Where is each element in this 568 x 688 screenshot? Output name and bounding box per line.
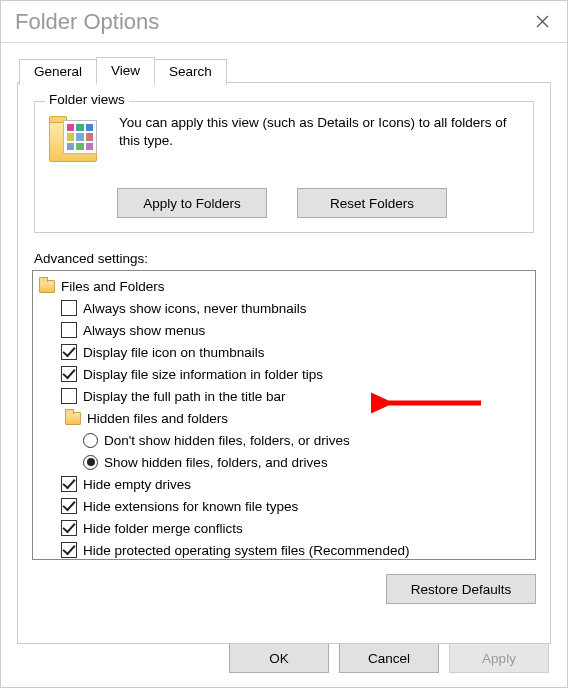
option-dont-show-hidden[interactable]: Don't show hidden files, folders, or dri… <box>35 429 533 451</box>
reset-folders-button[interactable]: Reset Folders <box>297 188 447 218</box>
apply-to-folders-button[interactable]: Apply to Folders <box>117 188 267 218</box>
option-display-full-path-in-title-bar[interactable]: Display the full path in the title bar <box>35 385 533 407</box>
option-label: Show hidden files, folders, and drives <box>104 455 328 470</box>
tree-group-files-and-folders: Files and Folders <box>35 275 533 297</box>
option-hide-extensions[interactable]: Hide extensions for known file types <box>35 495 533 517</box>
close-button[interactable] <box>517 1 567 43</box>
window-title: Folder Options <box>15 9 159 35</box>
advanced-settings-label: Advanced settings: <box>34 251 536 266</box>
tree-group-hidden-files: Hidden files and folders <box>35 407 533 429</box>
tree-group-label: Files and Folders <box>61 279 165 294</box>
option-display-file-icon-on-thumbnails[interactable]: Display file icon on thumbnails <box>35 341 533 363</box>
tab-search[interactable]: Search <box>154 59 227 85</box>
cancel-button[interactable]: Cancel <box>339 643 439 673</box>
checkbox-icon[interactable] <box>61 366 77 382</box>
option-label: Display the full path in the title bar <box>83 389 286 404</box>
option-label: Always show icons, never thumbnails <box>83 301 307 316</box>
option-label: Always show menus <box>83 323 205 338</box>
apply-button[interactable]: Apply <box>449 643 549 673</box>
option-always-show-menus[interactable]: Always show menus <box>35 319 533 341</box>
folder-views-legend: Folder views <box>45 92 129 107</box>
checkbox-icon[interactable] <box>61 520 77 536</box>
ok-button[interactable]: OK <box>229 643 329 673</box>
checkbox-icon[interactable] <box>61 498 77 514</box>
option-label: Display file size information in folder … <box>83 367 323 382</box>
option-display-file-size-info[interactable]: Display file size information in folder … <box>35 363 533 385</box>
checkbox-icon[interactable] <box>61 344 77 360</box>
close-icon <box>536 15 549 28</box>
option-hide-empty-drives[interactable]: Hide empty drives <box>35 473 533 495</box>
radio-icon[interactable] <box>83 433 98 448</box>
option-hide-protected-os-files[interactable]: Hide protected operating system files (R… <box>35 539 533 560</box>
tab-panel-view: Folder views You can apply this view (su… <box>17 82 551 644</box>
titlebar: Folder Options <box>1 1 567 43</box>
advanced-settings-tree[interactable]: Files and Folders Always show icons, nev… <box>32 270 536 560</box>
option-label: Hide folder merge conflicts <box>83 521 243 536</box>
checkbox-icon[interactable] <box>61 322 77 338</box>
folder-icon <box>65 412 81 425</box>
dialog-buttons: OK Cancel Apply <box>229 643 549 673</box>
tab-general[interactable]: General <box>19 59 97 85</box>
checkbox-icon[interactable] <box>61 300 77 316</box>
folder-icon <box>39 280 55 293</box>
option-show-hidden[interactable]: Show hidden files, folders, and drives <box>35 451 533 473</box>
folder-views-group: Folder views You can apply this view (su… <box>34 101 534 233</box>
tree-group-label: Hidden files and folders <box>87 411 228 426</box>
option-label: Display file icon on thumbnails <box>83 345 265 360</box>
folder-views-description: You can apply this view (such as Details… <box>119 114 521 178</box>
folder-views-icon <box>49 116 107 174</box>
option-label: Hide empty drives <box>83 477 191 492</box>
checkbox-icon[interactable] <box>61 388 77 404</box>
option-always-show-icons[interactable]: Always show icons, never thumbnails <box>35 297 533 319</box>
option-label: Hide extensions for known file types <box>83 499 298 514</box>
tab-view[interactable]: View <box>96 57 155 84</box>
option-label: Hide protected operating system files (R… <box>83 543 409 558</box>
radio-icon[interactable] <box>83 455 98 470</box>
checkbox-icon[interactable] <box>61 476 77 492</box>
option-label: Don't show hidden files, folders, or dri… <box>104 433 350 448</box>
option-hide-folder-merge-conflicts[interactable]: Hide folder merge conflicts <box>35 517 533 539</box>
tab-strip: General View Search <box>19 57 567 83</box>
restore-defaults-button[interactable]: Restore Defaults <box>386 574 536 604</box>
checkbox-icon[interactable] <box>61 542 77 558</box>
